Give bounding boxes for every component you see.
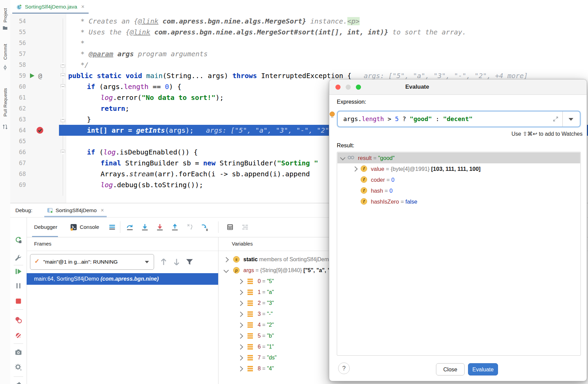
- result-text: hash = 0: [371, 185, 393, 196]
- close-icon[interactable]: ×: [101, 207, 104, 213]
- chevron-right-icon[interactable]: [238, 355, 243, 361]
- chevron-right-icon[interactable]: [238, 334, 243, 339]
- hamburger-icon[interactable]: [108, 223, 116, 231]
- run-to-cursor-icon[interactable]: [201, 223, 209, 231]
- chevron-right-icon[interactable]: [238, 290, 243, 295]
- previous-frame-icon[interactable]: [160, 258, 168, 266]
- expression-input[interactable]: args.length > 5 ? "good" : "decent": [337, 111, 581, 127]
- settings-icon[interactable]: [15, 364, 22, 371]
- evaluate-expression-icon[interactable]: [226, 223, 234, 231]
- fold-marker-icon[interactable]: [61, 150, 65, 155]
- chevron-down-icon[interactable]: [340, 155, 346, 161]
- chevron-right-icon[interactable]: [238, 344, 243, 350]
- toolbar-separator: [218, 221, 218, 233]
- result-row[interactable]: fhash = 0: [337, 185, 580, 196]
- line-number: 59: [13, 70, 26, 81]
- code-line-55[interactable]: 55* Uses the {@link com.apress.bgn.nine.…: [10, 27, 588, 38]
- chevron-right-icon[interactable]: [352, 166, 358, 172]
- console-icon[interactable]: [70, 223, 77, 231]
- result-row[interactable]: fvalue = {byte[4]@1991} [103, 111, 111, …: [337, 163, 580, 174]
- line-number: 65: [13, 136, 26, 147]
- expression-history-dropdown[interactable]: [562, 112, 580, 127]
- result-row[interactable]: fhashIsZero = false: [337, 196, 580, 207]
- watch-result-icon: [348, 156, 355, 160]
- step-over-icon[interactable]: [126, 223, 134, 231]
- evaluate-button[interactable]: Evaluate: [468, 363, 498, 375]
- next-frame-icon[interactable]: [172, 258, 181, 266]
- expand-icon[interactable]: [553, 116, 559, 122]
- close-button[interactable]: Close: [436, 363, 465, 375]
- fold-marker-icon[interactable]: [61, 84, 65, 89]
- intention-bulb-icon[interactable]: [330, 112, 335, 117]
- force-step-into-icon[interactable]: [156, 223, 164, 231]
- wrench-icon[interactable]: [15, 254, 22, 262]
- array-element-icon: [247, 279, 253, 284]
- pause-icon[interactable]: [15, 282, 22, 290]
- help-button[interactable]: ?: [338, 363, 350, 374]
- fold-marker-icon[interactable]: [61, 73, 65, 78]
- result-row[interactable]: result = "good": [337, 152, 580, 163]
- result-text: coder = 0: [371, 174, 394, 185]
- dialog-titlebar[interactable]: Evaluate: [329, 79, 587, 95]
- sidebar-item-project[interactable]: Project: [3, 8, 8, 23]
- code-line-57[interactable]: 57* @param args program arguments: [10, 48, 588, 59]
- folder-icon[interactable]: [2, 25, 8, 31]
- layout-icon[interactable]: [241, 223, 249, 231]
- commit-icon[interactable]: [2, 65, 8, 70]
- sidebar-item-pull-requests[interactable]: Pull Requests: [3, 88, 8, 116]
- chevron-right-icon[interactable]: [238, 366, 243, 372]
- minimize-window-icon[interactable]: [346, 85, 351, 90]
- drop-frame-icon[interactable]: [186, 223, 194, 231]
- step-out-icon[interactable]: [171, 223, 179, 231]
- line-number: 56: [13, 38, 26, 48]
- debug-session-tab[interactable]: SortingSlf4jDemo ×: [44, 203, 107, 217]
- fold-marker-icon[interactable]: [61, 117, 65, 122]
- pull-requests-icon[interactable]: [2, 124, 8, 130]
- code-text: }: [87, 114, 91, 125]
- chevron-right-icon[interactable]: [238, 323, 243, 328]
- line-number: 54: [13, 16, 26, 27]
- array-element-icon: [247, 344, 253, 350]
- step-into-icon[interactable]: [141, 223, 149, 231]
- code-text: * @param args program arguments: [80, 48, 208, 59]
- line-number: 63: [13, 114, 26, 125]
- line-number: 67: [13, 158, 26, 168]
- debug-left-toolbar: [10, 217, 27, 384]
- run-arrow-icon[interactable]: [30, 73, 34, 78]
- code-line-56[interactable]: 56*: [10, 38, 588, 48]
- zoom-window-icon[interactable]: [356, 85, 361, 90]
- chevron-down-icon: [145, 261, 149, 263]
- chevron-right-icon[interactable]: [238, 279, 243, 284]
- variable-text: 5 = "b": [258, 330, 274, 341]
- rerun-icon[interactable]: [15, 236, 22, 244]
- code-text: Arrays.stream(arr).forEach(i -> sb.appen…: [101, 168, 310, 179]
- selected-stack-frame[interactable]: main:64, SortingSlf4jDemo (com.apress.bg…: [27, 273, 218, 285]
- fold-marker-icon[interactable]: [61, 62, 65, 68]
- line-number: 57: [13, 48, 26, 59]
- code-line-58[interactable]: 58*/: [10, 59, 588, 70]
- camera-icon[interactable]: [15, 349, 22, 356]
- thread-dropdown[interactable]: ✓ "main"@1 in g...ain": RUNNING: [30, 254, 154, 270]
- view-breakpoints-icon[interactable]: [15, 316, 22, 324]
- stop-icon[interactable]: [15, 297, 22, 305]
- tab-debugger[interactable]: Debugger: [34, 217, 57, 237]
- result-row[interactable]: fcoder = 0: [337, 174, 580, 185]
- chevron-right-icon[interactable]: [238, 301, 243, 306]
- line-number: 69: [13, 179, 26, 190]
- tab-console[interactable]: Console: [80, 217, 99, 237]
- chevron-down-icon[interactable]: [224, 268, 229, 273]
- resume-icon[interactable]: [15, 268, 22, 275]
- close-icon[interactable]: ×: [81, 4, 84, 10]
- chevron-right-icon[interactable]: [224, 257, 229, 263]
- breakpoint-hit-icon[interactable]: [36, 127, 44, 134]
- filter-frames-icon[interactable]: [185, 258, 194, 266]
- sidebar-item-commit[interactable]: Commit: [3, 44, 8, 60]
- close-window-icon[interactable]: [335, 85, 341, 90]
- chevron-right-icon[interactable]: [238, 312, 243, 317]
- code-line-54[interactable]: 54* Creates an {@link com.apress.bgn.nin…: [10, 16, 588, 27]
- editor-tab[interactable]: C SortingSlf4jDemo.java ×: [12, 0, 89, 14]
- mute-breakpoints-icon[interactable]: [15, 332, 22, 339]
- pin-icon[interactable]: [15, 381, 22, 384]
- result-text: value = {byte[4]@1991} [103, 111, 111, 1…: [371, 163, 481, 174]
- class-run-icon: C: [16, 4, 22, 10]
